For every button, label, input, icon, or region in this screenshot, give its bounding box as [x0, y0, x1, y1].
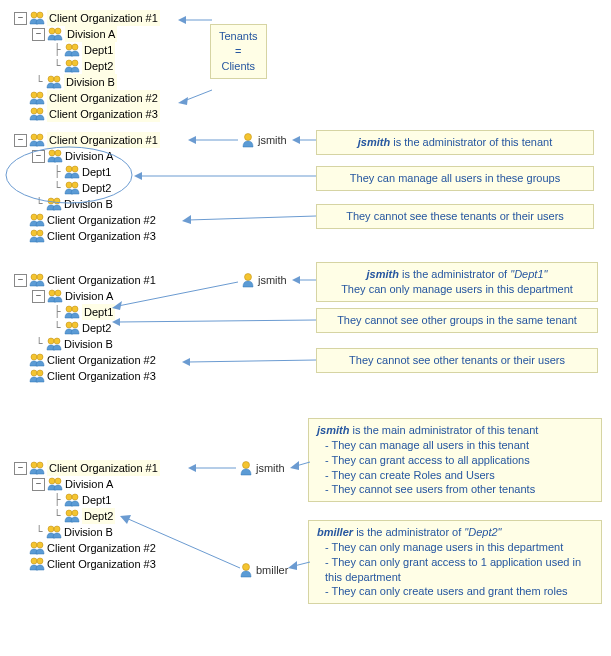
tree-connector: ├ [50, 492, 64, 508]
expand-toggle[interactable]: − [14, 462, 27, 475]
callout-s3b: They cannot see other groups in the same… [316, 308, 598, 333]
section-4: − Client Organization #1 − Division A ├ … [10, 418, 611, 618]
section-1: − Client Organization #1 − Division A ├ … [10, 10, 611, 110]
tree-label: Client Organization #2 [47, 212, 156, 228]
group-icon [29, 228, 45, 244]
tree-label: Client Organization #2 [47, 540, 156, 556]
section-3: − Client Organization #1 − Division A ├ … [10, 272, 611, 396]
callout-s2a: jsmith is the administrator of this tena… [316, 130, 594, 155]
group-icon [64, 320, 80, 336]
tree-label: Client Organization #1 [47, 132, 160, 148]
user-icon [238, 562, 254, 578]
group-icon [47, 476, 63, 492]
callout-s2b: They can manage all users in these group… [316, 166, 594, 191]
tree-label: Dept2 [82, 180, 111, 196]
tree-label: Dept2 [82, 320, 111, 336]
group-icon [46, 524, 62, 540]
tree-label: Division B [64, 336, 113, 352]
tree-connector: ├ [50, 164, 64, 180]
arrow-icon [188, 462, 236, 474]
tree-label: Client Organization #1 [47, 272, 156, 288]
user-label: jsmith [258, 274, 287, 286]
group-icon [29, 106, 45, 122]
tree-label: Dept1 [82, 164, 111, 180]
group-icon [64, 304, 80, 320]
user-jsmith: jsmith [238, 460, 285, 476]
svg-marker-29 [290, 461, 299, 470]
group-icon [29, 272, 45, 288]
expand-toggle[interactable]: − [14, 274, 27, 287]
tree-connector: └ [50, 58, 64, 74]
tree-1: − Client Organization #1 − Division A ├ … [10, 10, 611, 122]
tree-label: Division A [65, 288, 113, 304]
user-label: jsmith [256, 462, 285, 474]
tree-4: − Client Organization #1 − Division A ├ … [10, 460, 160, 572]
tree-label: Client Organization #2 [47, 352, 156, 368]
tree-label: Division A [65, 26, 117, 42]
expand-toggle[interactable]: − [14, 134, 27, 147]
user-bmiller: bmiller [238, 562, 288, 578]
callout-s3c: They cannot see other tenants or their u… [316, 348, 598, 373]
tree-label: Division A [65, 476, 113, 492]
group-icon [29, 460, 45, 476]
tree-label: Dept1 [82, 304, 115, 320]
group-icon [47, 148, 63, 164]
tree-label: Client Organization #3 [47, 368, 156, 384]
group-icon [29, 540, 45, 556]
tree-label: Dept2 [82, 58, 115, 74]
expand-toggle[interactable]: − [32, 28, 45, 41]
tree-label: Division B [64, 524, 113, 540]
group-icon [29, 368, 45, 384]
user-jsmith: jsmith [240, 272, 287, 288]
arrow-icon [288, 558, 310, 570]
user-icon [240, 132, 256, 148]
user-icon [238, 460, 254, 476]
tree-label: Client Organization #3 [47, 106, 160, 122]
section-2: − Client Organization #1 − Division A ├ … [10, 132, 611, 250]
group-icon [47, 288, 63, 304]
expand-toggle[interactable]: − [32, 478, 45, 491]
tree-label: Client Organization #1 [47, 10, 160, 26]
tree-connector: └ [50, 180, 64, 196]
expand-toggle[interactable]: − [32, 150, 45, 163]
group-icon [29, 90, 45, 106]
group-icon [47, 26, 63, 42]
tree-label: Division B [64, 74, 117, 90]
group-icon [64, 164, 80, 180]
user-label: jsmith [258, 134, 287, 146]
group-icon [64, 58, 80, 74]
tree-label: Division A [65, 148, 113, 164]
tree-label: Dept1 [82, 492, 111, 508]
callout-tenants: Tenants = Clients [210, 24, 267, 79]
tree-connector: └ [32, 196, 46, 212]
group-icon [29, 10, 45, 26]
user-jsmith: jsmith [240, 132, 287, 148]
group-icon [46, 336, 62, 352]
tree-label: Client Organization #3 [47, 228, 156, 244]
expand-toggle[interactable]: − [14, 12, 27, 25]
group-icon [29, 212, 45, 228]
group-icon [46, 196, 62, 212]
tree-label: Dept1 [82, 42, 115, 58]
group-icon [64, 492, 80, 508]
group-icon [29, 132, 45, 148]
tree-connector: └ [32, 336, 46, 352]
tree-connector: └ [32, 74, 46, 90]
callout-s2c: They cannot see these tenants or their u… [316, 204, 594, 229]
group-icon [64, 508, 80, 524]
tree-label: Division B [64, 196, 113, 212]
expand-toggle[interactable]: − [32, 290, 45, 303]
user-icon [240, 272, 256, 288]
svg-marker-31 [288, 561, 297, 570]
group-icon [29, 352, 45, 368]
group-icon [29, 556, 45, 572]
tree-label: Dept2 [82, 508, 115, 524]
group-icon [46, 74, 62, 90]
tree-label: Client Organization #3 [47, 556, 156, 572]
arrow-icon [290, 458, 310, 470]
tree-connector: └ [50, 508, 64, 524]
tree-connector: ├ [50, 304, 64, 320]
tree-connector: └ [50, 320, 64, 336]
tree-label: Client Organization #2 [47, 90, 160, 106]
callout-s4a: jsmith is the main administrator of this… [308, 418, 602, 502]
